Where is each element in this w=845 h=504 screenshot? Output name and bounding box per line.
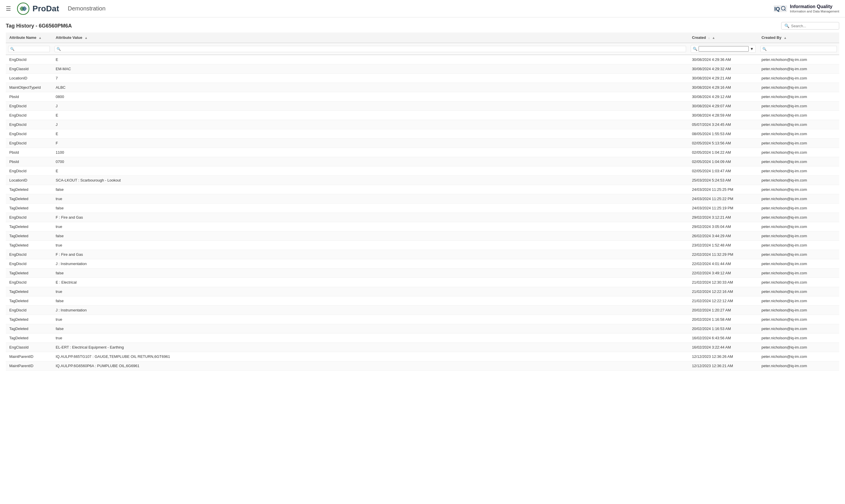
cell-attr_name: EngDiscId — [6, 166, 52, 176]
col-header-created-by[interactable]: Created By ▲ — [758, 33, 839, 43]
created-by-filter-input[interactable] — [768, 47, 835, 51]
cell-attr_name: PbsId — [6, 157, 52, 166]
table-row: TagDeletedtrue23/02/2024 1:52:48 AMpeter… — [6, 241, 839, 250]
page-header: Tag History - 6G6560PM6A 🔍 — [0, 17, 845, 33]
filter-search-icon-3: 🔍 — [693, 47, 697, 51]
cell-created: 30/08/2024 4:29:12 AM — [688, 92, 758, 102]
cell-created_by: peter.nicholson@iq-im.com — [758, 65, 839, 74]
cell-attr_val: false — [52, 203, 688, 213]
cell-attr_name: PbsId — [6, 148, 52, 157]
cell-created: 05/07/2024 3:24:45 AM — [688, 120, 758, 129]
filter-cell-attr-val[interactable]: 🔍 — [52, 43, 688, 55]
cell-attr_val: 1100 — [52, 148, 688, 157]
table-row: EngDiscIdJ : Instrumentation20/02/2024 1… — [6, 306, 839, 315]
cell-attr_val: false — [52, 324, 688, 334]
created-filter-input[interactable] — [699, 46, 749, 52]
cell-created_by: peter.nicholson@iq-im.com — [758, 306, 839, 315]
svg-text:IQ: IQ — [774, 5, 780, 12]
cell-attr_val: E — [52, 129, 688, 139]
prodat-logo-icon — [17, 2, 30, 15]
cell-attr_name: TagDeleted — [6, 185, 52, 194]
table-container: Attribute Name ▲ Attribute Value ▲ Creat… — [0, 33, 845, 371]
cell-attr_val: true — [52, 334, 688, 343]
cell-created_by: peter.nicholson@iq-im.com — [758, 315, 839, 324]
col-header-attr-val[interactable]: Attribute Value ▲ — [52, 33, 688, 43]
cell-attr_name: EngDiscId — [6, 250, 52, 259]
cell-created_by: peter.nicholson@iq-im.com — [758, 352, 839, 361]
cell-created: 16/02/2024 3:22:44 AM — [688, 343, 758, 352]
table-row: EngDiscIdE30/08/2024 4:29:36 AMpeter.nic… — [6, 55, 839, 65]
cell-attr_val: E — [52, 55, 688, 65]
table-row: LocationIDSCA-LKOUT : Scarbourough - Loo… — [6, 176, 839, 185]
cell-created: 23/02/2024 1:52:48 AM — [688, 241, 758, 250]
cell-attr_val: true — [52, 315, 688, 324]
cell-attr_val: EL-ERT : Electrical Equipment - Earthing — [52, 343, 688, 352]
table-row: EngDiscIdF02/05/2024 5:13:56 AMpeter.nic… — [6, 139, 839, 148]
cell-created_by: peter.nicholson@iq-im.com — [758, 120, 839, 129]
table-row: TagDeletedfalse26/02/2024 3:44:29 AMpete… — [6, 231, 839, 241]
page-title: Tag History - 6G6560PM6A — [6, 23, 72, 29]
cell-attr_name: TagDeleted — [6, 334, 52, 343]
cell-attr_name: TagDeleted — [6, 231, 52, 241]
cell-created_by: peter.nicholson@iq-im.com — [758, 343, 839, 352]
table-row: TagDeletedtrue16/02/2024 6:43:56 AMpeter… — [6, 334, 839, 343]
created-by-filter-icon[interactable]: ▲ — [784, 36, 787, 39]
iq-logo-icon: IQ — [773, 3, 788, 15]
col-header-attr-name[interactable]: Attribute Name ▲ — [6, 33, 52, 43]
cell-created: 26/02/2024 3:44:29 AM — [688, 231, 758, 241]
table-row: EngDiscIdF : Fire and Gas22/02/2024 11:3… — [6, 250, 839, 259]
search-box[interactable]: 🔍 — [781, 22, 839, 30]
search-icon: 🔍 — [785, 23, 789, 28]
cell-created: 29/02/2024 3:12:21 AM — [688, 213, 758, 222]
cell-attr_val: true — [52, 241, 688, 250]
table-row: TagDeletedfalse21/02/2024 12:22:12 AMpet… — [6, 296, 839, 306]
menu-icon[interactable]: ☰ — [6, 5, 11, 12]
cell-attr_val: E — [52, 166, 688, 176]
created-filter-dropdown-icon[interactable]: ▼ — [750, 47, 754, 51]
filter-cell-attr-name[interactable]: 🔍 — [6, 43, 52, 55]
created-sort-icon[interactable]: ↓ — [708, 36, 710, 39]
attr-val-filter-input[interactable] — [62, 47, 684, 51]
cell-attr_val: true — [52, 222, 688, 231]
cell-created_by: peter.nicholson@iq-im.com — [758, 102, 839, 111]
cell-attr_val: false — [52, 269, 688, 278]
cell-attr_name: LocationID — [6, 74, 52, 83]
filter-cell-created[interactable]: 🔍 ▼ — [688, 43, 758, 55]
created-filter-icon[interactable]: ▲ — [712, 36, 715, 39]
cell-created_by: peter.nicholson@iq-im.com — [758, 139, 839, 148]
table-row: EngDiscIdF : Fire and Gas29/02/2024 3:12… — [6, 213, 839, 222]
cell-created_by: peter.nicholson@iq-im.com — [758, 148, 839, 157]
cell-created_by: peter.nicholson@iq-im.com — [758, 222, 839, 231]
cell-attr_name: EngDiscId — [6, 139, 52, 148]
table-row: EngDiscIdE02/05/2024 1:03:47 AMpeter.nic… — [6, 166, 839, 176]
cell-created_by: peter.nicholson@iq-im.com — [758, 111, 839, 120]
col-header-created[interactable]: Created ↓ ▲ — [688, 33, 758, 43]
search-input[interactable] — [791, 24, 836, 28]
iq-brand-text: Information Quality Information and Data… — [790, 4, 839, 13]
attr-val-filter-icon[interactable]: ▲ — [84, 36, 88, 39]
cell-created_by: peter.nicholson@iq-im.com — [758, 203, 839, 213]
cell-created: 22/02/2024 11:32:29 PM — [688, 250, 758, 259]
table-row: MaintParentIDIQ.AULPP.6G6560P6A : PUMPLU… — [6, 361, 839, 371]
cell-attr_val: true — [52, 287, 688, 296]
cell-attr_name: TagDeleted — [6, 194, 52, 203]
app-name: ProDat — [33, 4, 59, 13]
cell-attr_val: F : Fire and Gas — [52, 250, 688, 259]
attr-name-filter-icon[interactable]: ▲ — [39, 36, 42, 39]
cell-attr_name: TagDeleted — [6, 203, 52, 213]
cell-created: 02/05/2024 1:03:47 AM — [688, 166, 758, 176]
cell-attr_val: EM-MAC — [52, 65, 688, 74]
cell-attr_name: MaintParentID — [6, 352, 52, 361]
cell-attr_val: IQ.AULPP.665TG107 : GAUGE,TEMPLUBE OIL R… — [52, 352, 688, 361]
filter-cell-created-by[interactable]: 🔍 — [758, 43, 839, 55]
cell-attr_name: TagDeleted — [6, 269, 52, 278]
iq-subtitle: Information and Data Management — [790, 10, 839, 13]
cell-attr_val: 7 — [52, 74, 688, 83]
table-row: PbsId110002/05/2024 1:04:22 AMpeter.nich… — [6, 148, 839, 157]
cell-created: 30/08/2024 4:29:32 AM — [688, 65, 758, 74]
attr-name-filter-input[interactable] — [16, 47, 48, 51]
table-row: TagDeletedfalse20/02/2024 1:16:53 AMpete… — [6, 324, 839, 334]
cell-created: 02/05/2024 1:04:09 AM — [688, 157, 758, 166]
table-header-row: Attribute Name ▲ Attribute Value ▲ Creat… — [6, 33, 839, 43]
cell-created: 21/02/2024 12:22:12 AM — [688, 296, 758, 306]
